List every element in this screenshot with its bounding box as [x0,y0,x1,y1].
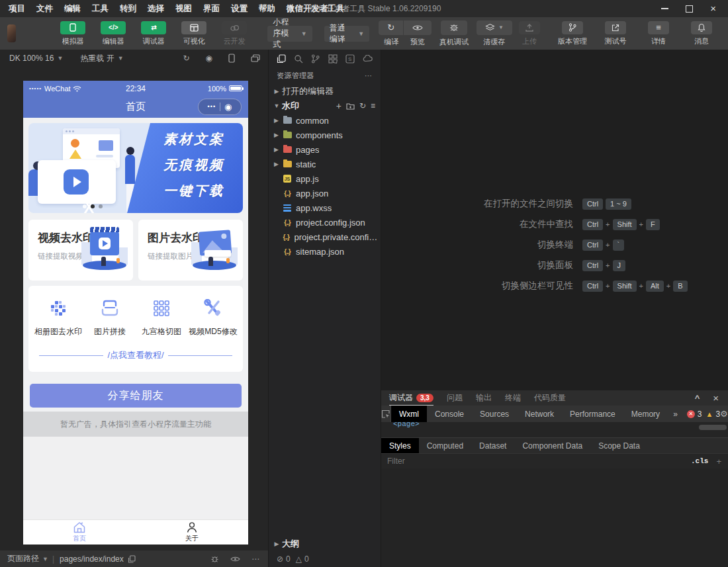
tab-dataset[interactable]: Dataset [471,438,514,453]
tree-item-file[interactable]: ▶{..} sitemap.json [269,244,381,259]
image-watermark-card[interactable]: 图片去水印 链接提取图片 [138,220,243,281]
more-actions-icon[interactable]: ⋯ [365,71,373,80]
menu-help[interactable]: 帮助 [259,3,275,15]
menu-project[interactable]: 项目 [9,3,25,15]
search-icon[interactable] [294,54,303,64]
inspect-element-icon[interactable] [381,406,391,422]
details-button[interactable]: ≡ 详情 [641,21,676,46]
banner-carousel[interactable]: 素材文案 无痕视频 一键下载 [28,123,243,213]
device-debug-button[interactable]: 真机调试 [439,21,469,47]
grid-crop-feature[interactable]: 九宫格切图 [136,296,187,337]
tree-item-file[interactable]: ▶{..} project.config.json [269,215,381,230]
copy-icon[interactable] [128,555,136,563]
multi-window-icon[interactable] [251,54,260,62]
preview-button[interactable]: 预览 [404,21,432,47]
tutorial-link[interactable]: /点我查看教程/ [39,349,232,361]
tree-item-folder[interactable]: ▶ common [269,113,381,128]
messages-button[interactable]: 消息 [684,21,719,46]
cloud-icon[interactable] [363,55,373,62]
tree-item-file[interactable]: ▶{..} app.json [269,186,381,200]
toggle-class-button[interactable]: .cls [691,457,708,465]
menu-edit[interactable]: 编辑 [64,3,81,15]
scrollbar-thumb[interactable] [699,425,727,430]
collapse-all-icon[interactable]: ≡ [371,101,375,110]
project-section[interactable]: ▼ 水印 + ↻ ≡ [269,99,381,113]
compile-mode-select[interactable]: 普通编译▼ [324,26,369,42]
image-splice-feature[interactable]: 图片拼接 [84,296,136,337]
editor-toggle-button[interactable]: </> 编辑器 [97,21,129,46]
extensions-icon[interactable] [328,54,338,64]
album-watermark-feature[interactable]: 相册图去水印 [32,296,84,337]
test-account-button[interactable]: 测试号 [598,21,633,46]
visualize-toggle-button[interactable]: 可视化 [178,21,210,46]
more-dots-icon[interactable]: ••• [208,103,216,110]
more-icon[interactable]: ⋯ [251,554,259,564]
filter-input[interactable] [381,457,691,466]
tab-debugger[interactable]: 调试器 3,3 [389,390,433,406]
menu-settings[interactable]: 设置 [231,3,248,15]
devtab-sources[interactable]: Sources [472,406,517,422]
device-scale-select[interactable]: DK 100% 16▼ [9,54,63,63]
skyline-panel-icon[interactable]: S [345,54,355,64]
menu-view[interactable]: 视图 [175,3,192,15]
bug-icon[interactable] [210,555,219,563]
refresh-icon[interactable]: ↻ [359,101,366,110]
wxml-element[interactable]: <page> [393,422,420,428]
minimize-button[interactable] [661,8,668,9]
settings-gear-icon[interactable]: ⚙ [720,409,728,419]
devtab-network[interactable]: Network [517,406,562,422]
tab-about[interactable]: 关于 [136,520,248,545]
devtab-console[interactable]: Console [427,406,472,422]
tab-terminal[interactable]: 终端 [505,392,521,404]
devtab-memory[interactable]: Memory [623,406,668,422]
menu-devtools[interactable]: 微信开发者工具 [287,3,345,15]
debugger-toggle-button[interactable]: ⇄ 调试器 [138,21,169,46]
mode-select[interactable]: 小程序模式▼ [267,26,312,42]
tree-item-file[interactable]: ▶{..} project.private.config.js... [269,230,381,244]
more-tabs-icon[interactable]: » [668,410,683,419]
git-branch-icon[interactable] [311,54,320,64]
new-style-rule-icon[interactable]: + [716,457,721,466]
record-icon[interactable]: ◉ [206,54,212,63]
close-button[interactable]: × [710,5,716,12]
menu-select[interactable]: 选择 [148,3,164,15]
hot-reload-toggle[interactable]: 热重载 开▼ [80,53,123,64]
collapse-panel-icon[interactable]: ^ [695,393,700,403]
tab-component-data[interactable]: Component Data [514,438,590,453]
outline-section[interactable]: ▶ 大纲 [269,537,381,551]
menu-tools[interactable]: 工具 [92,3,109,15]
tab-problems[interactable]: 问题 [447,392,463,404]
tab-styles[interactable]: Styles [381,438,419,453]
maximize-button[interactable] [686,5,693,13]
user-avatar[interactable] [7,24,16,42]
tree-item-folder[interactable]: ▶ static [269,157,381,171]
tab-code-quality[interactable]: 代码质量 [534,392,566,404]
compile-button[interactable]: ↻ 编译 [379,21,404,47]
clear-cache-button[interactable]: ▼ 清缓存 [477,21,512,47]
share-button[interactable]: 分享给朋友 [30,384,242,408]
version-control-button[interactable]: 版本管理 [555,21,590,46]
capsule-menu[interactable]: ••• ◉ [198,99,242,115]
video-watermark-card[interactable]: 视频去水印 链接提取视频 [28,220,133,281]
tab-computed[interactable]: Computed [419,438,471,453]
page-path-label[interactable]: 页面路径 [7,553,39,564]
close-panel-icon[interactable]: × [713,392,719,404]
eye-icon[interactable] [230,556,240,562]
simulator-toggle-button[interactable]: 模拟器 [57,21,89,46]
open-editors-section[interactable]: ▶ 打开的编辑器 [269,84,381,99]
tree-item-folder[interactable]: ▶ components [269,128,381,142]
files-icon[interactable] [277,54,286,64]
tree-item-folder[interactable]: ▶ pages [269,142,381,157]
devtab-performance[interactable]: Performance [562,406,623,422]
tree-item-file[interactable]: ▶JS app.js [269,171,381,186]
new-folder-icon[interactable] [346,103,355,110]
menu-file[interactable]: 文件 [36,3,53,15]
menu-goto[interactable]: 转到 [120,3,136,15]
minimize-circle-icon[interactable]: ◉ [224,103,232,111]
tab-output[interactable]: 输出 [476,392,492,404]
new-file-icon[interactable]: + [336,101,341,111]
console-error-count[interactable]: ✕ 3 [687,410,702,419]
video-md5-feature[interactable]: 视频MD5修改 [187,296,239,337]
wxml-tree-preview[interactable]: <page> [381,422,728,437]
console-warning-count[interactable]: ▲ 3 [706,410,721,419]
